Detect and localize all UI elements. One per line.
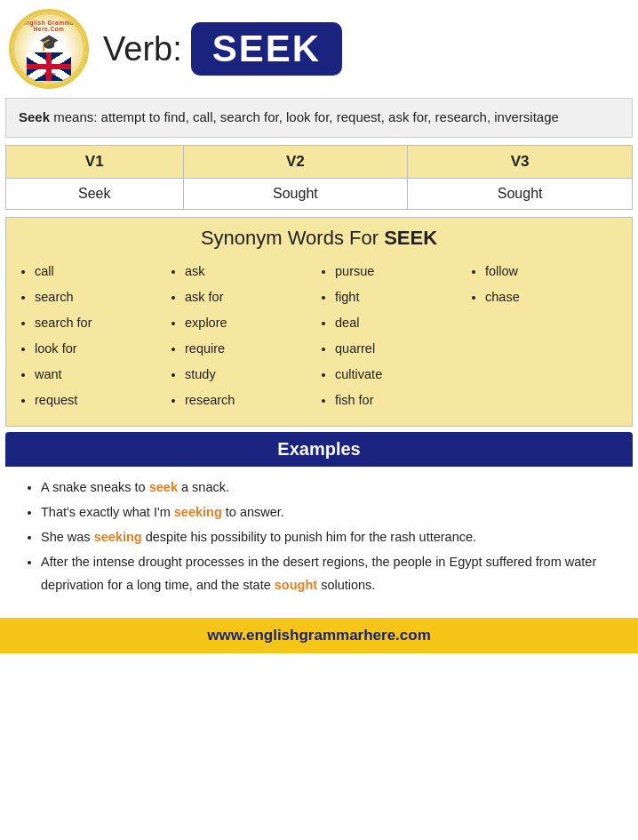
header-title-area: Verb: SEEK: [103, 22, 624, 76]
list-item: explore: [185, 310, 319, 336]
header: English Grammar Here.Com 🎓 .Com Verb: SE…: [0, 0, 638, 98]
list-item: search for: [35, 310, 169, 336]
list-item: study: [185, 362, 319, 388]
logo-inner: English Grammar Here.Com 🎓 .Com: [12, 12, 85, 85]
verb-forms-row: Seek Sought Sought: [6, 178, 633, 209]
list-item: want: [35, 362, 169, 388]
list-item: pursue: [335, 259, 469, 284]
definition-word: Seek: [19, 109, 50, 124]
synonym-col-3: pursue fight deal quarrel cultivate fish…: [319, 259, 469, 413]
logo-text: English Grammar Here.Com: [14, 20, 84, 32]
list-item: fight: [335, 284, 469, 310]
synonym-col-1: call search search for look for want req…: [19, 259, 169, 413]
synonym-box: Synonym Words For SEEK call search searc…: [5, 217, 633, 427]
logo: English Grammar Here.Com 🎓 .Com: [9, 9, 89, 89]
list-item: A snake sneaks to seek a snack.: [41, 476, 615, 499]
v1-header: V1: [6, 145, 184, 178]
verb-forms-table: V1 V2 V3 Seek Sought Sought: [5, 145, 633, 210]
list-item: search: [35, 284, 169, 310]
list-item: ask for: [185, 284, 319, 310]
list-item: require: [185, 336, 319, 362]
verb-label: Verb:: [103, 30, 182, 68]
synonym-col-4: follow chase: [469, 259, 619, 413]
list-item: She was seeking despite his possibility …: [41, 525, 615, 548]
synonym-col-2: ask ask for explore require study resear…: [169, 259, 319, 413]
seek-word-badge: SEEK: [191, 22, 342, 76]
list-item: ask: [185, 259, 319, 284]
synonym-title: Synonym Words For SEEK: [19, 227, 619, 250]
footer: www.englishgrammarhere.com: [0, 618, 638, 653]
uk-flag-icon: [27, 52, 71, 81]
examples-header: Examples: [5, 432, 633, 467]
list-item: cultivate: [335, 362, 469, 388]
v3-header: V3: [408, 145, 633, 178]
list-item: research: [185, 388, 319, 413]
list-item: follow: [485, 259, 619, 284]
list-item: look for: [35, 336, 169, 362]
v3-value: Sought: [408, 178, 633, 209]
examples-body: A snake sneaks to seek a snack. That's e…: [5, 467, 633, 611]
list-item: quarrel: [335, 336, 469, 362]
definition-text: means: attempt to find, call, search for…: [53, 109, 559, 124]
v2-value: Sought: [183, 178, 408, 209]
list-item: That's exactly what I'm seeking to answe…: [41, 500, 615, 524]
footer-url: www.englishgrammarhere.com: [207, 627, 431, 644]
list-item: call: [35, 259, 169, 284]
highlight-sought: sought: [275, 578, 317, 592]
list-item: deal: [335, 310, 469, 336]
list-item: fish for: [335, 388, 469, 413]
list-item: After the intense drought processes in t…: [41, 550, 615, 596]
highlight-seeking-1: seeking: [174, 505, 222, 519]
synonym-grid: call search search for look for want req…: [19, 259, 619, 413]
highlight-seeking-2: seeking: [94, 530, 142, 544]
v2-header: V2: [183, 145, 408, 178]
v1-value: Seek: [6, 178, 184, 209]
definition-box: Seek means: attempt to find, call, searc…: [5, 98, 633, 138]
list-item: request: [35, 388, 169, 413]
list-item: chase: [485, 284, 619, 310]
highlight-seek: seek: [149, 480, 178, 494]
